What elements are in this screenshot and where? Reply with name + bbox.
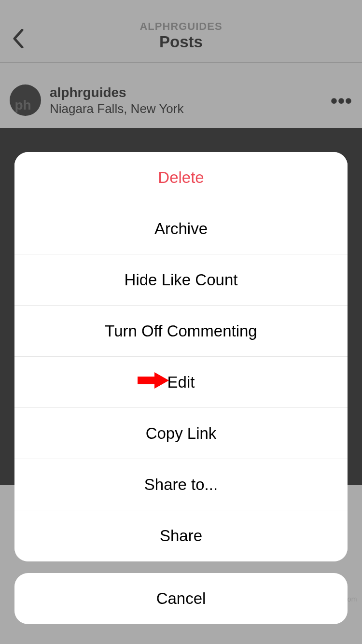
svg-marker-0 <box>138 372 169 389</box>
sheet-item-label: Share to... <box>144 476 218 494</box>
sheet-item-share[interactable]: Share <box>14 510 348 561</box>
sheet-item-label: Share <box>160 527 202 545</box>
sheet-item-turn-off-commenting[interactable]: Turn Off Commenting <box>14 306 348 357</box>
action-sheet: Delete Archive Hide Like Count Turn Off … <box>14 152 348 561</box>
sheet-item-copy-link[interactable]: Copy Link <box>14 408 348 459</box>
sheet-item-hide-like-count[interactable]: Hide Like Count <box>14 254 348 306</box>
sheet-item-label: Copy Link <box>146 424 217 443</box>
sheet-item-delete[interactable]: Delete <box>14 152 348 203</box>
sheet-item-label: Archive <box>154 220 208 238</box>
sheet-item-label: Delete <box>158 168 204 187</box>
sheet-item-label: Hide Like Count <box>125 271 238 289</box>
sheet-item-label: Edit <box>167 373 195 392</box>
sheet-item-archive[interactable]: Archive <box>14 203 348 254</box>
cancel-label: Cancel <box>156 589 206 608</box>
sheet-item-edit[interactable]: Edit <box>14 357 348 408</box>
sheet-item-share-to[interactable]: Share to... <box>14 459 348 510</box>
sheet-item-label: Turn Off Commenting <box>105 322 257 340</box>
arrow-annotation-icon <box>138 371 169 394</box>
cancel-button[interactable]: Cancel <box>14 573 348 624</box>
